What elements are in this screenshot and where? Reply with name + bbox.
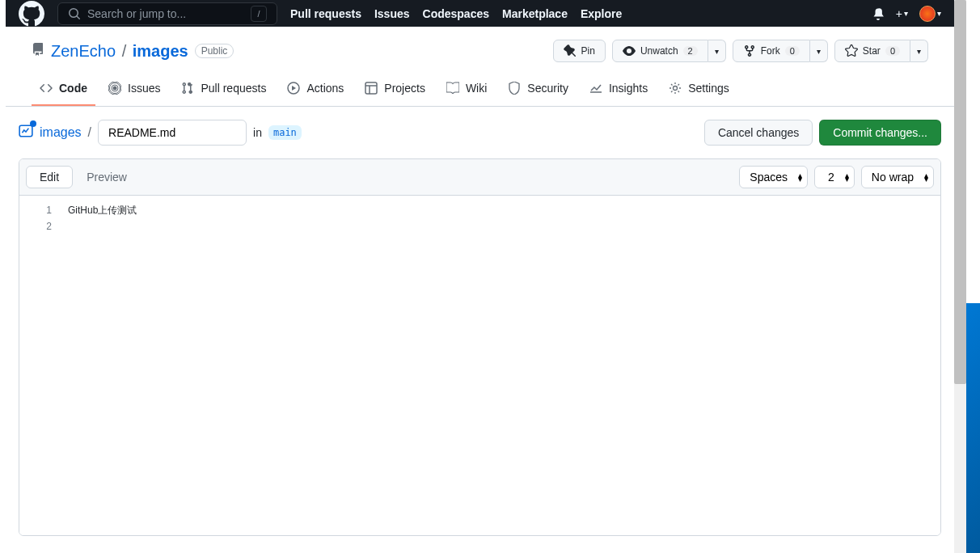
unwatch-button[interactable]: Unwatch 2 bbox=[612, 40, 708, 62]
tab-pull-requests[interactable]: Pull requests bbox=[173, 75, 274, 106]
svg-rect-2 bbox=[365, 82, 377, 94]
nav-issues[interactable]: Issues bbox=[374, 7, 410, 20]
caret-down-icon: ▾ bbox=[937, 9, 941, 18]
filename-input[interactable] bbox=[98, 120, 247, 146]
tab-issues[interactable]: Issues bbox=[100, 75, 168, 106]
caret-down-icon: ▾ bbox=[817, 47, 821, 56]
eye-icon bbox=[623, 44, 636, 57]
separator: / bbox=[122, 42, 127, 60]
repo-owner-link[interactable]: ZenEcho bbox=[51, 42, 116, 60]
notifications-icon[interactable] bbox=[872, 7, 885, 20]
code-line bbox=[68, 218, 940, 234]
code-icon bbox=[40, 82, 53, 95]
shield-icon bbox=[508, 82, 521, 95]
updown-icon: ▴▾ bbox=[924, 173, 928, 181]
caret-down-icon: ▾ bbox=[715, 47, 719, 56]
play-icon bbox=[287, 82, 300, 95]
github-topbar: Search or jump to... / Pull requests Iss… bbox=[6, 0, 954, 27]
line-number: 1 bbox=[19, 202, 52, 218]
create-menu[interactable]: + ▾ bbox=[896, 7, 908, 20]
unwatch-label: Unwatch bbox=[640, 45, 678, 57]
pin-button[interactable]: Pin bbox=[553, 40, 606, 62]
pin-label: Pin bbox=[581, 45, 595, 57]
breadcrumb-repo-link[interactable]: images bbox=[40, 125, 82, 140]
tab-code[interactable]: Code bbox=[32, 75, 95, 106]
nav-codespaces[interactable]: Codespaces bbox=[423, 7, 489, 20]
scrollbar-thumb[interactable] bbox=[954, 0, 966, 384]
project-icon bbox=[365, 82, 378, 95]
star-button[interactable]: Star 0 bbox=[834, 40, 910, 62]
plus-icon: + bbox=[896, 7, 902, 20]
star-icon bbox=[845, 44, 858, 57]
repo-title: ZenEcho / images bbox=[51, 42, 188, 61]
in-label: in bbox=[253, 126, 262, 139]
unwatch-count: 2 bbox=[683, 46, 698, 56]
separator: / bbox=[88, 125, 91, 140]
pin-icon bbox=[564, 44, 577, 57]
edit-indicator-dot bbox=[30, 120, 36, 127]
svg-point-5 bbox=[674, 87, 678, 91]
pr-icon bbox=[181, 82, 194, 95]
search-slash-hint: / bbox=[251, 6, 267, 22]
top-navigation: Pull requests Issues Codespaces Marketpl… bbox=[290, 7, 622, 20]
fork-label: Fork bbox=[761, 45, 780, 57]
browser-scrollbar[interactable] bbox=[954, 0, 966, 553]
search-input[interactable]: Search or jump to... / bbox=[57, 2, 277, 25]
fork-button[interactable]: Fork 0 bbox=[733, 40, 810, 62]
graph-icon bbox=[589, 82, 602, 95]
tab-settings[interactable]: Settings bbox=[661, 75, 737, 106]
fork-count: 0 bbox=[785, 46, 800, 56]
repo-name-link[interactable]: images bbox=[133, 42, 188, 60]
tab-wiki[interactable]: Wiki bbox=[438, 75, 495, 106]
unwatch-dropdown[interactable]: ▾ bbox=[708, 40, 726, 62]
indent-size-select[interactable]: 2 ▴▾ bbox=[814, 166, 855, 188]
tab-security[interactable]: Security bbox=[500, 75, 577, 106]
code-line: GitHub上传测试 bbox=[68, 202, 940, 218]
edit-tab[interactable]: Edit bbox=[26, 166, 73, 188]
cancel-button[interactable]: Cancel changes bbox=[704, 120, 813, 146]
svg-point-0 bbox=[113, 87, 117, 91]
visibility-badge: Public bbox=[195, 44, 234, 58]
star-dropdown[interactable]: ▾ bbox=[910, 40, 928, 62]
line-number-gutter: 1 2 bbox=[19, 196, 68, 535]
repo-edit-icon bbox=[19, 124, 33, 141]
nav-marketplace[interactable]: Marketplace bbox=[502, 7, 568, 20]
repo-icon bbox=[32, 43, 44, 59]
gear-icon bbox=[669, 82, 682, 95]
search-placeholder: Search or jump to... bbox=[87, 7, 186, 20]
desktop-background bbox=[966, 303, 980, 553]
updown-icon: ▴▾ bbox=[798, 173, 802, 181]
star-label: Star bbox=[863, 45, 881, 57]
book-icon bbox=[446, 82, 459, 95]
user-menu[interactable]: ▾ bbox=[919, 6, 941, 22]
repo-tabs: Code Issues Pull requests Actions Projec… bbox=[6, 75, 954, 107]
nav-pull-requests[interactable]: Pull requests bbox=[290, 7, 361, 20]
wrap-value: No wrap bbox=[872, 171, 914, 184]
tab-actions[interactable]: Actions bbox=[279, 75, 352, 106]
tab-projects[interactable]: Projects bbox=[357, 75, 433, 106]
fork-dropdown[interactable]: ▾ bbox=[810, 40, 828, 62]
indent-mode-select[interactable]: Spaces ▴▾ bbox=[739, 166, 808, 188]
code-content[interactable]: GitHub上传测试 bbox=[68, 196, 940, 535]
caret-down-icon: ▾ bbox=[917, 47, 921, 56]
code-editor[interactable]: 1 2 GitHub上传测试 bbox=[19, 196, 940, 535]
fork-icon bbox=[743, 44, 756, 57]
commit-button[interactable]: Commit changes... bbox=[819, 120, 941, 146]
github-logo-icon[interactable] bbox=[19, 1, 44, 27]
branch-pill[interactable]: main bbox=[268, 125, 302, 140]
avatar bbox=[919, 6, 936, 22]
wrap-select[interactable]: No wrap ▴▾ bbox=[861, 166, 934, 188]
editor-box: Edit Preview Spaces ▴▾ 2 ▴▾ No wrap ▴▾ bbox=[19, 158, 941, 536]
star-count: 0 bbox=[885, 46, 900, 56]
tab-insights[interactable]: Insights bbox=[581, 75, 656, 106]
search-icon bbox=[68, 7, 81, 20]
indent-size-value: 2 bbox=[828, 171, 834, 184]
line-number: 2 bbox=[19, 218, 52, 234]
caret-down-icon: ▾ bbox=[904, 9, 908, 18]
nav-explore[interactable]: Explore bbox=[581, 7, 622, 20]
indent-mode-value: Spaces bbox=[750, 171, 788, 184]
issue-icon bbox=[108, 82, 121, 95]
updown-icon: ▴▾ bbox=[845, 173, 849, 181]
preview-tab[interactable]: Preview bbox=[73, 166, 141, 188]
